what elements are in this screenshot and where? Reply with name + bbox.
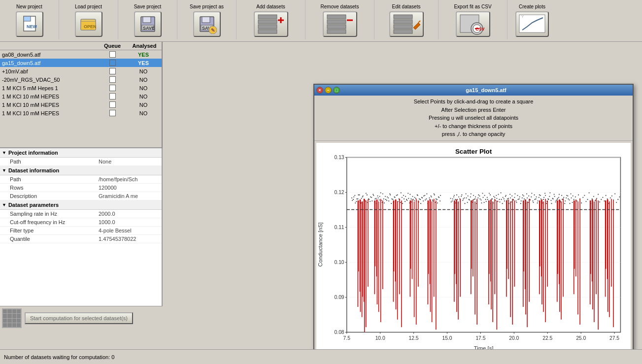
- svg-point-139: [352, 199, 353, 200]
- status-text: Number of datasets waiting for computati…: [4, 354, 114, 360]
- svg-point-388: [569, 203, 570, 204]
- prop-label: Quantile: [10, 236, 99, 242]
- svg-point-99: [380, 192, 381, 193]
- svg-point-342: [499, 201, 500, 202]
- file-queue-checkbox[interactable]: [109, 60, 116, 66]
- svg-point-329: [479, 198, 480, 199]
- props-section-header[interactable]: ▼Project information: [0, 148, 162, 158]
- props-section-header[interactable]: ▼Dataset parameters: [0, 200, 162, 210]
- file-queue-cell[interactable]: [98, 93, 127, 99]
- file-row[interactable]: 1 M KCl 10 mM HEPESNO: [0, 100, 162, 109]
- svg-point-194: [436, 198, 437, 199]
- file-queue-checkbox[interactable]: [109, 68, 116, 74]
- file-row[interactable]: 1 M KCl 10 mM HEPESNO: [0, 92, 162, 100]
- file-queue-checkbox[interactable]: [109, 101, 116, 108]
- svg-point-337: [492, 198, 493, 199]
- svg-point-145: [361, 198, 362, 199]
- load-project-button[interactable]: OPEN: [75, 11, 102, 37]
- svg-point-232: [502, 203, 503, 204]
- section-arrow-icon: ▼: [2, 168, 6, 173]
- toolbar-load-project-label: Load project: [63, 2, 114, 9]
- file-name-cell: 1 M KCl 5 mM Hepes 1: [0, 85, 98, 91]
- svg-point-379: [556, 199, 557, 200]
- section-arrow-icon: ▼: [2, 150, 6, 155]
- prop-row: Quantile1.47545378022: [0, 235, 162, 243]
- edit-datasets-button[interactable]: [389, 11, 424, 37]
- file-queue-checkbox[interactable]: [109, 93, 116, 99]
- svg-point-201: [455, 199, 456, 199]
- add-datasets-button[interactable]: [254, 11, 288, 37]
- svg-text:0.09: 0.09: [335, 294, 344, 299]
- maximize-button[interactable]: □: [333, 87, 340, 94]
- svg-point-389: [571, 197, 572, 198]
- svg-point-81: [353, 199, 354, 199]
- save-project-button[interactable]: SAVE: [134, 11, 162, 37]
- file-queue-cell[interactable]: [98, 76, 127, 83]
- save-project-as-button[interactable]: SAVE ✎: [193, 11, 221, 37]
- svg-point-322: [469, 199, 470, 200]
- svg-point-184: [420, 203, 421, 204]
- file-row[interactable]: -20mV_RGS_VDAC_50NO: [0, 75, 162, 84]
- file-queue-cell[interactable]: [98, 51, 127, 58]
- prop-row: PathNone: [0, 158, 162, 166]
- remove-datasets-button[interactable]: [323, 11, 357, 37]
- svg-point-219: [482, 193, 483, 194]
- svg-point-151: [370, 196, 371, 197]
- svg-point-294: [596, 198, 597, 199]
- file-row[interactable]: ga08_down5.atfYES: [0, 50, 162, 59]
- section-label: Dataset information: [8, 167, 59, 173]
- svg-point-192: [433, 200, 434, 201]
- svg-rect-29: [394, 25, 412, 29]
- export-fit-button[interactable]: CSV: [456, 11, 490, 37]
- svg-point-106: [391, 203, 392, 204]
- minimize-button[interactable]: −: [325, 87, 332, 94]
- svg-point-107: [392, 199, 393, 199]
- svg-point-216: [477, 197, 478, 198]
- svg-point-243: [519, 198, 520, 199]
- file-analysed-cell: NO: [127, 68, 162, 74]
- svg-point-97: [377, 195, 378, 196]
- toolbar-create-plots: Create plots Y: [507, 0, 557, 39]
- svg-point-259: [543, 199, 544, 199]
- svg-point-275: [567, 195, 568, 196]
- props-section-header[interactable]: ▼Dataset information: [0, 166, 162, 175]
- svg-point-150: [369, 199, 370, 199]
- svg-point-296: [599, 201, 600, 202]
- prop-label: Path: [10, 159, 99, 165]
- file-row[interactable]: ga15_down5.atfYES: [0, 59, 162, 67]
- compute-button[interactable]: Start computation for selected dataset(s…: [25, 312, 133, 324]
- file-queue-checkbox[interactable]: [109, 51, 116, 58]
- svg-point-318: [463, 198, 464, 199]
- file-queue-cell[interactable]: [98, 110, 127, 116]
- svg-text:20.0: 20.0: [509, 335, 519, 340]
- toolbar-edit-datasets: Edit datasets: [374, 0, 439, 39]
- svg-point-315: [458, 196, 459, 197]
- svg-text:NEW: NEW: [27, 24, 37, 29]
- close-button[interactable]: ×: [316, 87, 323, 94]
- file-queue-checkbox[interactable]: [109, 85, 116, 91]
- svg-point-345: [504, 200, 505, 201]
- svg-point-298: [602, 197, 603, 198]
- file-row[interactable]: +10mV.abfNO: [0, 67, 162, 75]
- toolbar-save-project-label: Save project: [122, 2, 173, 9]
- svg-point-353: [516, 202, 517, 203]
- file-list-scroll[interactable]: ga08_down5.atfYESga15_down5.atfYES+10mV.…: [0, 50, 162, 117]
- file-queue-checkbox[interactable]: [109, 110, 116, 116]
- file-queue-checkbox[interactable]: [109, 76, 116, 83]
- file-queue-cell[interactable]: [98, 101, 127, 108]
- toolbar: New project NEW Load project OPEN Save p…: [0, 0, 642, 42]
- svg-point-261: [546, 203, 547, 204]
- section-label: Dataset parameters: [8, 202, 59, 208]
- file-row[interactable]: 1 M KCl 10 mM HEPESNO: [0, 109, 162, 117]
- svg-text:0.10: 0.10: [335, 259, 344, 265]
- svg-point-386: [566, 195, 567, 196]
- file-queue-cell[interactable]: [98, 85, 127, 91]
- svg-point-277: [571, 193, 572, 194]
- new-project-button[interactable]: NEW: [16, 11, 43, 37]
- toolbar-add-datasets-label: Add datasets: [240, 2, 301, 9]
- file-queue-cell[interactable]: [98, 68, 127, 74]
- file-queue-cell[interactable]: [98, 60, 127, 66]
- create-plots-button[interactable]: Y: [515, 11, 549, 37]
- svg-point-229: [497, 200, 498, 201]
- file-row[interactable]: 1 M KCl 5 mM Hepes 1NO: [0, 84, 162, 92]
